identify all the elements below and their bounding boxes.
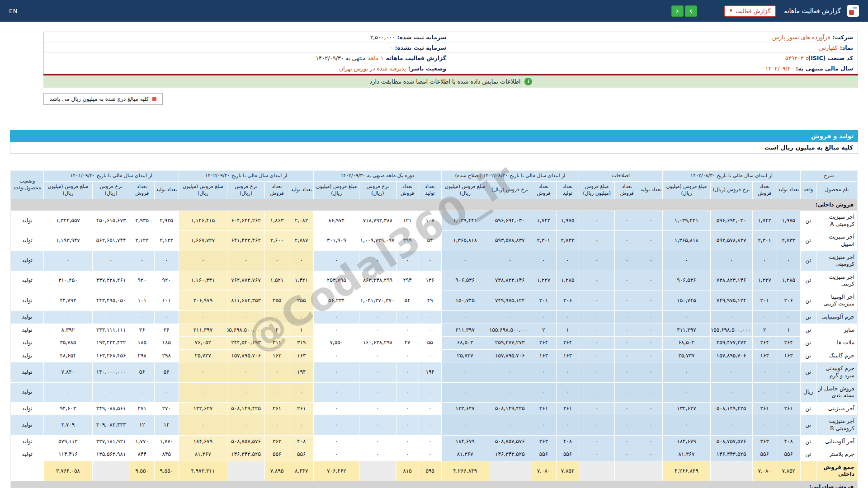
value-cell: ۰ (442, 383, 489, 402)
value-cell: ۲۶۱ (557, 403, 579, 415)
value-cell: ۶۴۱,۴۳۳,۴۶۲ (227, 231, 264, 250)
value-cell: ۵۵۶ (777, 448, 800, 461)
value-cell: ۰ (711, 251, 752, 271)
value-cell: ۲۶۴ (753, 337, 777, 349)
next-report-button[interactable]: › (685, 5, 697, 17)
value-cell: ۷۴۹,۹۷۵,۱۲۴ (489, 291, 531, 310)
unit-cell: تن (801, 362, 816, 382)
value-cell: ۰ (227, 251, 264, 271)
column-header: مبلغ فروش (میلیون ریال) (579, 182, 614, 199)
value-cell: ۰ (639, 324, 662, 337)
language-toggle-en[interactable]: EN (9, 8, 18, 14)
value-cell: ۲۳۳,۱۱۱,۱۱۱ (93, 324, 130, 337)
amounts-unit-tab[interactable]: کلیه مبالغ درج شده به میلیون ریال می باش… (43, 93, 163, 105)
column-header: مبلغ فروش (میلیون ریال) (179, 182, 227, 199)
value-cell: ۰ (359, 311, 396, 324)
value-cell: ۰ (44, 251, 92, 271)
value-cell: ۱۱۴,۴۱۶ (44, 448, 92, 461)
value-cell: ۰ (359, 324, 396, 337)
value-cell: ۴,۲۶۶,۸۴۹ (442, 461, 489, 481)
table-subheader-row: نام محصولواحدتعداد تولیدتعداد فروشنرخ فر… (11, 182, 857, 199)
value-cell: ۵۰۸,۷۵۷,۵۷۶ (489, 436, 531, 448)
value-cell: ۰ (359, 251, 396, 271)
table-group-header-row: شرحاز ابتدای سال مالی تا تاریخ ۱۴۰۲/۰۸/۳… (11, 171, 857, 181)
company-info-row: سرمایه ثبت نشده:۰ (44, 42, 451, 53)
unit-cell: تن (801, 403, 816, 415)
value-cell: ۸۱۱,۶۸۲,۳۵۳ (227, 291, 264, 310)
value-cell: ۰ (489, 415, 531, 435)
company-info-panel: شرکت:فرآورده های نسوز پارسنماد:کفپارسکد … (43, 32, 858, 74)
value-cell: ۱۶۳ (531, 350, 556, 362)
value-cell: ۵۹۶,۶۹۴,۰۳۰ (489, 211, 531, 230)
value-cell: ۰ (615, 350, 639, 362)
value-cell: ۰ (639, 251, 662, 271)
info-label: سال مالی منتهی به: (796, 65, 853, 72)
value-cell: ۱,۲۲۷ (531, 271, 556, 291)
status-cell: تولید (11, 362, 43, 382)
value-cell (711, 461, 752, 481)
value-cell: ۰ (489, 311, 531, 324)
value-cell: ۰ (615, 251, 639, 271)
product-name-cell: جرم گانینگ (816, 350, 857, 362)
value-cell: ۵۹۵ (419, 461, 441, 481)
value-cell: ۰ (639, 271, 662, 291)
value-cell: ۰ (396, 448, 419, 461)
column-header: مبلغ فروش (میلیون ریال) (442, 182, 489, 199)
status-cell: تولید (11, 311, 43, 324)
value-cell: ۰ (359, 350, 396, 362)
value-cell: ۵۰۸,۷۵۷,۵۷۶ (227, 436, 264, 448)
column-header: واحد (801, 182, 816, 199)
value-cell: ۲,۶۰۰ (265, 231, 289, 250)
value-cell: ۳۰۹,۰۸۳,۳۳۳ (93, 415, 130, 435)
value-cell: ۱ (289, 324, 313, 337)
value-cell: ۰ (489, 383, 531, 402)
value-cell: ۰ (442, 251, 489, 271)
product-name-cell: جرم آلومینیایی (816, 311, 857, 324)
info-label: شرکت: (832, 34, 853, 41)
value-cell: ۳۶ (155, 324, 179, 337)
value-cell: ۰ (711, 311, 752, 324)
prev-report-button[interactable]: ‹ (671, 5, 684, 17)
report-type-dropdown[interactable]: گزارش فعالیت ▼ (724, 5, 776, 17)
value-cell: ۰ (314, 415, 359, 435)
value-cell: ۱۸۴,۶۷۹ (442, 436, 489, 448)
value-cell: ۱,۹۷۵ (777, 211, 800, 230)
value-cell: ۱,۲۸۵ (777, 271, 800, 291)
table-row: جرم کوبیدنی سرد و گرمتن۰۰۰۰۰۰۰۰۰۰۰۱۹۴۰۰۰… (11, 362, 857, 382)
value-cell: ۱۵۰,۷۴۵ (442, 291, 489, 310)
value-cell (359, 461, 396, 481)
value-cell: ۰ (314, 403, 359, 415)
value-cell: ۰ (639, 436, 662, 448)
value-cell: ۹۴,۶۰۳ (44, 403, 92, 415)
value-cell: ۰ (777, 415, 800, 435)
value-cell: ۲,۷۳۳ (777, 231, 800, 250)
column-header: تعداد فروش (531, 182, 556, 199)
report-type-label: گزارش فعالیت (736, 8, 770, 14)
value-cell: ۰ (314, 251, 359, 271)
value-cell: ۱ (777, 324, 800, 337)
table-row: جرم پلاسترتن۵۵۶۵۵۶۱۴۶,۳۴۳,۵۲۵۸۱,۳۶۷۰۰۰۵۵… (11, 448, 857, 461)
production-table: شرحاز ابتدای سال مالی تا تاریخ ۱۴۰۲/۰۸/۳… (10, 170, 858, 488)
value-cell: ۲۶۴ (531, 337, 556, 349)
value-cell: ۰ (155, 251, 179, 271)
value-cell: ۰ (227, 362, 264, 382)
section-header-production-sales: تولید و فروش (10, 130, 858, 142)
product-name-cell: آجر منیزیت اسپیل (816, 231, 857, 250)
value-cell: ۰ (615, 211, 639, 230)
value-cell: ۱۶۳ (289, 350, 313, 362)
column-group-desc: شرح (801, 171, 857, 181)
value-cell: ۱,۲۲۷ (753, 271, 777, 291)
info-icon: i (524, 78, 532, 85)
value-cell: ۰ (265, 311, 289, 324)
value-cell: ۲,۳۰۱ (753, 231, 777, 250)
value-cell: ۰ (179, 251, 227, 271)
product-name-cell: آجر آلومینایی (816, 436, 857, 448)
value-cell: ۱۵۵,۶۹۸,۵۰۰,۰۰۰ (711, 324, 752, 337)
value-cell: ۸۴۴ (130, 448, 154, 461)
info-value: فرآورده های نسوز پارس (772, 34, 830, 41)
value-cell: ۰ (639, 383, 662, 402)
value-cell: ۰ (639, 362, 662, 382)
value-cell: ۰ (557, 415, 579, 435)
value-cell: ۱,۵۲۱ (265, 271, 289, 291)
value-cell: ۱۵۵,۶۹۸,۵۰۰,۰۰۰ (489, 324, 531, 337)
